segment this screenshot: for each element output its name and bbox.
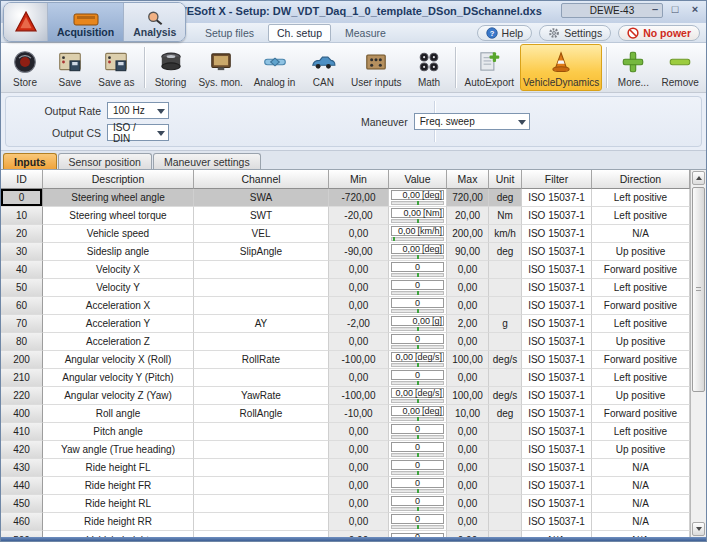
- cell-direction[interactable]: Up positive: [592, 333, 690, 351]
- cell-id[interactable]: 500: [1, 531, 43, 537]
- nav-tab-ch-setup[interactable]: Ch. setup: [268, 24, 331, 42]
- cell-max[interactable]: 0,00: [447, 477, 489, 495]
- cell-id[interactable]: 200: [1, 351, 43, 369]
- cell-min[interactable]: 0,00: [329, 495, 389, 513]
- cell-value[interactable]: 0: [389, 495, 447, 513]
- cell-unit[interactable]: [489, 531, 522, 537]
- cell-filter[interactable]: ISO 15037-1: [522, 297, 592, 315]
- cell-id[interactable]: 400: [1, 405, 43, 423]
- cell-description[interactable]: Velocity Y: [43, 279, 194, 297]
- cell-max[interactable]: 0,00: [447, 459, 489, 477]
- cell-value[interactable]: 0: [389, 333, 447, 351]
- cell-min[interactable]: 0,00: [329, 531, 389, 537]
- cell-min[interactable]: 0,00: [329, 459, 389, 477]
- table-row[interactable]: 500Vehicle height0,0000,00N/AN/A: [1, 531, 690, 537]
- table-row[interactable]: 210Angular velocity Y (Pitch)0,0000,00IS…: [1, 369, 690, 387]
- cell-unit[interactable]: [489, 369, 522, 387]
- cell-filter[interactable]: ISO 15037-1: [522, 225, 592, 243]
- cell-filter[interactable]: ISO 15037-1: [522, 423, 592, 441]
- cell-id[interactable]: 410: [1, 423, 43, 441]
- nav-tab-setup-files[interactable]: Setup files: [197, 25, 262, 41]
- cell-unit[interactable]: [489, 477, 522, 495]
- cell-filter[interactable]: ISO 15037-1: [522, 315, 592, 333]
- table-row[interactable]: 420Yaw angle (True heading)0,0000,00ISO …: [1, 441, 690, 459]
- cell-unit[interactable]: [489, 423, 522, 441]
- column-header-max[interactable]: Max: [447, 170, 489, 189]
- cell-unit[interactable]: km/h: [489, 225, 522, 243]
- cell-max[interactable]: 0,00: [447, 441, 489, 459]
- cell-value[interactable]: 0: [389, 279, 447, 297]
- cell-direction[interactable]: Forward positive: [592, 405, 690, 423]
- cell-unit[interactable]: [489, 441, 522, 459]
- minimize-button[interactable]: –: [648, 3, 662, 15]
- cell-channel[interactable]: [194, 477, 329, 495]
- cell-max[interactable]: 0,00: [447, 333, 489, 351]
- cell-id[interactable]: 30: [1, 243, 43, 261]
- cell-filter[interactable]: ISO 15037-1: [522, 513, 592, 531]
- table-row[interactable]: 400Roll angleRollAngle-10,000,00[deg]10,…: [1, 405, 690, 423]
- table-row[interactable]: 460Ride height RR0,0000,00ISO 15037-1N/A: [1, 513, 690, 531]
- scrollbar-thumb[interactable]: [692, 187, 705, 392]
- cell-channel[interactable]: [194, 279, 329, 297]
- cell-filter[interactable]: ISO 15037-1: [522, 261, 592, 279]
- can-button[interactable]: CAN: [301, 44, 345, 91]
- cell-min[interactable]: 0,00: [329, 369, 389, 387]
- cell-direction[interactable]: Left positive: [592, 189, 690, 207]
- cell-filter[interactable]: ISO 15037-1: [522, 387, 592, 405]
- table-row[interactable]: 20Vehicle speedVEL0,000,00[km/h]200,00km…: [1, 225, 690, 243]
- cell-direction[interactable]: N/A: [592, 477, 690, 495]
- cell-max[interactable]: 90,00: [447, 243, 489, 261]
- cell-channel[interactable]: [194, 459, 329, 477]
- cell-id[interactable]: 440: [1, 477, 43, 495]
- cell-filter[interactable]: ISO 15037-1: [522, 333, 592, 351]
- cell-filter[interactable]: ISO 15037-1: [522, 477, 592, 495]
- save-button[interactable]: Save: [48, 44, 92, 91]
- cell-min[interactable]: 0,00: [329, 333, 389, 351]
- cell-value[interactable]: 0,00[deg]: [389, 189, 447, 207]
- cell-description[interactable]: Ride height FR: [43, 477, 194, 495]
- cell-id[interactable]: 20: [1, 225, 43, 243]
- column-header-unit[interactable]: Unit: [489, 170, 522, 189]
- cell-description[interactable]: Acceleration Y: [43, 315, 194, 333]
- cell-value[interactable]: 0: [389, 297, 447, 315]
- value-editbox[interactable]: 0: [391, 442, 444, 452]
- cell-min[interactable]: 0,00: [329, 225, 389, 243]
- cell-channel[interactable]: [194, 423, 329, 441]
- cell-id[interactable]: 420: [1, 441, 43, 459]
- cell-description[interactable]: Pitch angle: [43, 423, 194, 441]
- cell-direction[interactable]: N/A: [592, 459, 690, 477]
- cell-id[interactable]: 70: [1, 315, 43, 333]
- cell-description[interactable]: Ride height RL: [43, 495, 194, 513]
- value-editbox[interactable]: 0,00[deg]: [391, 190, 444, 200]
- subtab-maneuver-settings[interactable]: Maneuver settings: [153, 153, 261, 169]
- cell-max[interactable]: 100,00: [447, 351, 489, 369]
- math-button[interactable]: Math: [407, 44, 451, 91]
- table-row[interactable]: 440Ride height FR0,0000,00ISO 15037-1N/A: [1, 477, 690, 495]
- cell-id[interactable]: 450: [1, 495, 43, 513]
- table-row[interactable]: 220Angular velocity Z (Yaw)YawRate-100,0…: [1, 387, 690, 405]
- cell-direction[interactable]: Up positive: [592, 441, 690, 459]
- cell-max[interactable]: 200,00: [447, 225, 489, 243]
- column-header-channel[interactable]: Channel: [194, 170, 329, 189]
- cell-channel[interactable]: SWA: [194, 189, 329, 207]
- cell-description[interactable]: Angular velocity X (Roll): [43, 351, 194, 369]
- cell-filter[interactable]: N/A: [522, 531, 592, 537]
- cell-unit[interactable]: [489, 333, 522, 351]
- cell-unit[interactable]: [489, 495, 522, 513]
- cell-max[interactable]: 0,00: [447, 423, 489, 441]
- cell-direction[interactable]: Forward positive: [592, 297, 690, 315]
- cell-id[interactable]: 430: [1, 459, 43, 477]
- analogin-button[interactable]: Analog in: [249, 44, 301, 91]
- cell-description[interactable]: Vehicle speed: [43, 225, 194, 243]
- cell-unit[interactable]: deg/s: [489, 351, 522, 369]
- cell-channel[interactable]: [194, 441, 329, 459]
- cell-min[interactable]: -100,00: [329, 351, 389, 369]
- cell-description[interactable]: Ride height FL: [43, 459, 194, 477]
- cell-filter[interactable]: ISO 15037-1: [522, 405, 592, 423]
- cell-channel[interactable]: [194, 513, 329, 531]
- cell-min[interactable]: 0,00: [329, 423, 389, 441]
- cell-unit[interactable]: [489, 297, 522, 315]
- cell-channel[interactable]: SlipAngle: [194, 243, 329, 261]
- cell-unit[interactable]: Nm: [489, 207, 522, 225]
- table-row[interactable]: 50Velocity Y0,0000,00ISO 15037-1Left pos…: [1, 279, 690, 297]
